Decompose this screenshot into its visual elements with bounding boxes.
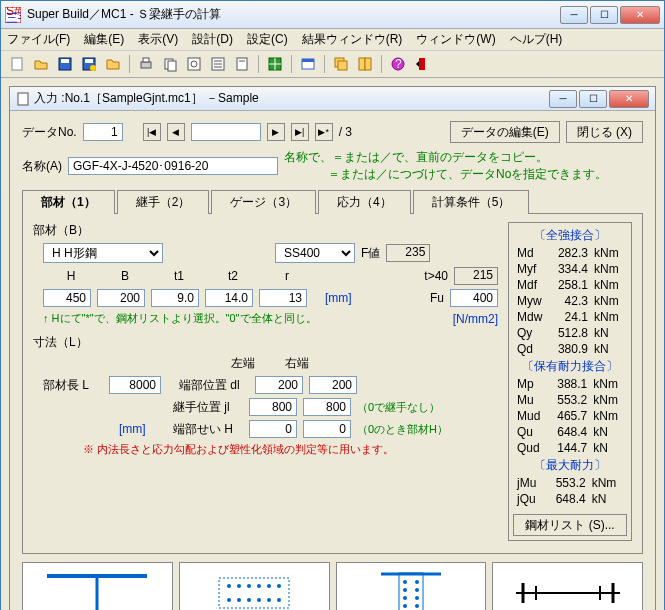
new-icon[interactable] [7, 54, 27, 74]
menu-edit[interactable]: 編集(E) [84, 31, 124, 48]
diagram-section [22, 562, 173, 610]
svg-rect-10 [143, 58, 149, 62]
svg-rect-29 [365, 58, 371, 70]
next-button[interactable]: ▶ [267, 123, 285, 141]
dl-right-input[interactable] [309, 376, 357, 394]
myw-label: Myw [515, 294, 549, 308]
child-maximize-button[interactable]: ☐ [579, 90, 607, 108]
tab-member[interactable]: 部材（1） [22, 190, 115, 214]
svg-rect-3 [12, 58, 22, 70]
mu-label: Mu [515, 393, 547, 407]
b-input[interactable] [97, 289, 145, 307]
child-titlebar: 入力 :No.1［SampleGjnt.mc1］ －Sample ─ ☐ ✕ [10, 87, 655, 111]
svg-point-37 [227, 584, 231, 588]
shape-select[interactable]: H H形鋼 [43, 243, 163, 263]
len-input[interactable] [109, 376, 161, 394]
table-icon[interactable] [265, 54, 285, 74]
member-note: ↑ Hにて"*"で、鋼材リストより選択。"0"で全体と同じ。 [43, 311, 317, 326]
list-icon[interactable] [208, 54, 228, 74]
mud-value: 465.7 [549, 409, 589, 423]
save-as-icon[interactable] [79, 54, 99, 74]
tab-stress[interactable]: 応力（4） [318, 190, 411, 214]
tab-calcconditions[interactable]: 計算条件（5） [413, 190, 530, 214]
svg-text:?: ? [395, 57, 402, 71]
child-minimize-button[interactable]: ─ [549, 90, 577, 108]
t1-input[interactable] [151, 289, 199, 307]
myf-value: 334.4 [551, 262, 590, 276]
jl-left-input[interactable] [249, 398, 297, 416]
print-icon[interactable] [136, 54, 156, 74]
menu-result[interactable]: 結果ウィンドウ(R) [302, 31, 403, 48]
dim-warning: ※ 内法長さと応力勾配および塑性化領域の判定等に用います。 [83, 442, 394, 457]
qud-label: Qud [515, 441, 547, 455]
help-icon[interactable]: ? [388, 54, 408, 74]
nav-slider[interactable] [191, 123, 261, 141]
left-header: 左端 [219, 355, 267, 372]
name-hint2: ＝または／につづけて、データNoを指定できます。 [284, 166, 643, 183]
material-select[interactable]: SS400 [275, 243, 355, 263]
mdf-value: 258.1 [551, 278, 590, 292]
results-panel: 〔全強接合〕 Md282.3kNm Myf334.4kNm Mdf258.1kN… [508, 222, 632, 541]
menu-file[interactable]: ファイル(F) [7, 31, 70, 48]
tab-joint[interactable]: 継手（2） [117, 190, 210, 214]
minimize-button[interactable]: ─ [560, 6, 588, 24]
svg-text:三手: 三手 [6, 11, 21, 23]
cascade-icon[interactable] [331, 54, 351, 74]
tile-icon[interactable] [355, 54, 375, 74]
folder-icon[interactable] [103, 54, 123, 74]
col-t2: t2 [211, 269, 255, 283]
menu-view[interactable]: 表示(V) [138, 31, 178, 48]
mdw-value: 24.1 [551, 310, 590, 324]
datano-input[interactable] [83, 123, 123, 141]
jl-right-input[interactable] [303, 398, 351, 416]
mdw-label: Mdw [515, 310, 549, 324]
svg-rect-49 [399, 573, 423, 610]
edit-data-button[interactable]: データの編集(E) [450, 121, 560, 143]
r-input[interactable] [259, 289, 307, 307]
steel-list-button[interactable]: 鋼材リスト (S)... [513, 514, 627, 536]
col-b: B [103, 269, 147, 283]
svg-point-59 [415, 604, 419, 608]
child-close-button[interactable]: ✕ [609, 90, 649, 108]
close-button[interactable]: ✕ [620, 6, 660, 24]
menu-help[interactable]: ヘルプ(H) [510, 31, 563, 48]
results-sec2: 〔保有耐力接合〕 [513, 358, 627, 375]
prev-button[interactable]: ◀ [167, 123, 185, 141]
close-child-button[interactable]: 閉じる (X) [566, 121, 643, 143]
h-input[interactable] [43, 289, 91, 307]
save-icon[interactable] [55, 54, 75, 74]
svg-point-44 [237, 598, 241, 602]
new-record-button[interactable]: ▶* [315, 123, 333, 141]
preview-icon[interactable] [184, 54, 204, 74]
name-input[interactable] [68, 157, 278, 175]
col-h: H [49, 269, 93, 283]
maximize-button[interactable]: ☐ [590, 6, 618, 24]
t2-input[interactable] [205, 289, 253, 307]
results-sec3: 〔最大耐力〕 [513, 457, 627, 474]
first-button[interactable]: |◀ [143, 123, 161, 141]
menu-design[interactable]: 設計(D) [192, 31, 233, 48]
endh-left-input[interactable] [249, 420, 297, 438]
jqu-label: jQu [515, 492, 544, 506]
endh-right-input[interactable] [303, 420, 351, 438]
exit-icon[interactable] [412, 54, 432, 74]
last-button[interactable]: ▶| [291, 123, 309, 141]
fu-input[interactable] [450, 289, 498, 307]
menu-config[interactable]: 設定(C) [247, 31, 288, 48]
doc-icon [16, 92, 30, 106]
copy-icon[interactable] [160, 54, 180, 74]
tab-gauge[interactable]: ゲージ（3） [211, 190, 316, 214]
svg-point-43 [227, 598, 231, 602]
diagram-beam [492, 562, 643, 610]
diagram-flange-bolts [179, 562, 330, 610]
svg-rect-28 [359, 58, 365, 70]
menu-window[interactable]: ウィンドウ(W) [416, 31, 495, 48]
doc-icon[interactable] [232, 54, 252, 74]
dl-left-input[interactable] [255, 376, 303, 394]
len-label: 部材長 L [43, 377, 103, 394]
jmu-label: jMu [515, 476, 544, 490]
open-icon[interactable] [31, 54, 51, 74]
qd-label: Qd [515, 342, 549, 356]
datano-label: データNo. [22, 124, 77, 141]
resultwin-icon[interactable] [298, 54, 318, 74]
